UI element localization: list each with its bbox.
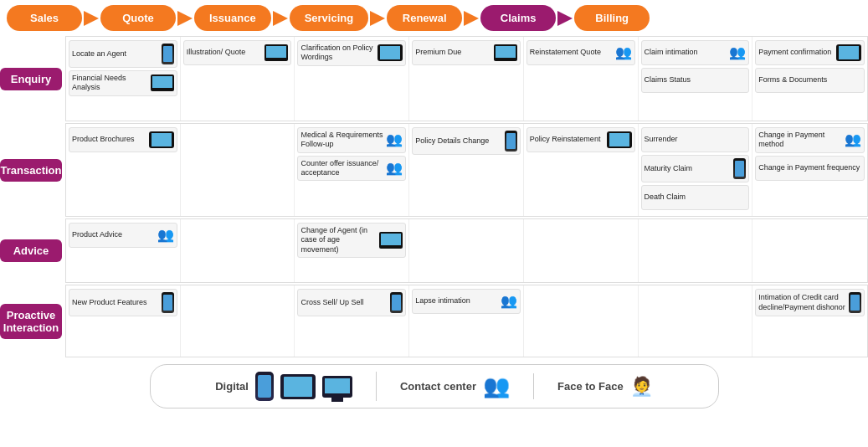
transaction-label: Transaction [0,159,62,182]
legend-digital: Digital [192,372,377,401]
forms-documents-card[interactable]: Forms & Documents [755,68,865,93]
payment-confirmation-card[interactable]: Payment confirmation [755,40,865,65]
product-advice-card[interactable]: Product Advice 👥 [69,223,177,248]
clarification-card[interactable]: Clarification on Policy Wordings [297,40,406,66]
top-nav: Sales Quote Issuance Servicing Renewal [0,0,868,34]
advice-grid: Product Advice 👥 Change of Agent (in cas… [65,218,868,283]
nav-item-claims[interactable]: Claims [480,5,556,31]
arrow-6 [556,9,574,28]
claim-intimation-card[interactable]: Claim intimation 👥 [641,40,750,65]
nav-item-issuance[interactable]: Issuance [194,5,271,31]
premium-due-icon [494,44,517,61]
svg-marker-2 [273,11,288,26]
counter-offer-card[interactable]: Counter offer issuance/ acceptance 👥 [297,156,406,182]
nav-sales-label[interactable]: Sales [7,5,82,31]
enquiry-cell-servicing: Premium Due [409,37,524,121]
proactive-cell-renewal [524,285,639,357]
nav-quote-label[interactable]: Quote [100,5,176,31]
medical-requirements-card[interactable]: Medical & Requirements Follow-up 👥 [297,127,406,153]
legend-digital-label: Digital [215,380,249,393]
enquiry-cell-billing: Payment confirmation Forms & Documents [752,37,867,121]
locate-agent-card[interactable]: Locate an Agent [69,40,177,68]
reinstatement-quote-card[interactable]: Reinstatement Quote 👥 [526,40,635,65]
policy-details-card[interactable]: Policy Details Change [412,127,521,155]
premium-due-card[interactable]: Premium Due [412,40,521,65]
change-of-agent-icon [379,232,403,249]
legend-desktop-icon [322,376,352,398]
credit-card-decline-card[interactable]: Intimation of Credit card decline/Paymen… [755,289,865,316]
counter-offer-icon: 👥 [386,162,403,175]
nav-billing-label[interactable]: Billing [574,5,650,31]
proactive-cell-sales: New Product Features [66,285,181,357]
surrender-card[interactable]: Surrender [641,127,750,152]
fna-card[interactable]: Financial Needs Analysis [69,70,177,96]
policy-details-icon [505,131,517,152]
nav-item-renewal[interactable]: Renewal [387,5,462,31]
advice-cell-servicing [409,219,524,282]
proactive-row: Proactive Interaction New Product Featur… [0,285,868,357]
transaction-cell-billing: Change in Payment method 👥 Change in Pay… [752,124,867,216]
payment-confirmation-icon [836,44,861,61]
cross-sell-card[interactable]: Cross Sell/ Up Sell [297,289,406,316]
locate-agent-icon [162,44,174,64]
enquiry-cell-sales: Locate an Agent Financial Needs Analysis [66,37,181,121]
premium-due-label: Premium Due [415,48,492,57]
advice-cell-claims [639,219,753,282]
new-product-features-icon [162,292,174,313]
proactive-cell-issuance: Cross Sell/ Up Sell [295,285,409,357]
claims-status-card[interactable]: Claims Status [641,68,750,93]
nav-renewal-label[interactable]: Renewal [387,5,462,31]
illustration-icon [265,44,288,61]
nav-item-quote[interactable]: Quote [100,5,176,31]
proactive-grid: New Product Features Cross Sell/ Up Sell… [65,285,868,357]
transaction-cell-servicing: Policy Details Change [409,124,524,216]
illustration-card[interactable]: Illustration/ Quote [183,40,292,65]
enquiry-grid: Locate an Agent Financial Needs Analysis… [65,36,868,121]
policy-reinstatement-card[interactable]: Policy Reinstatement [526,127,635,152]
enquiry-row: Enquiry Locate an Agent Financial Needs … [0,36,868,121]
arrow-3 [271,9,290,28]
illustration-label: Illustration/ Quote [187,48,264,57]
nav-item-servicing[interactable]: Servicing [290,5,369,31]
legend-contact-center-icon: 👥 [483,373,510,399]
nav-claims-label[interactable]: Claims [480,5,556,31]
arrow-4 [368,9,387,28]
arrow-1 [82,9,100,28]
nav-item-billing[interactable]: Billing [574,5,650,31]
change-of-agent-card[interactable]: Change of Agent (in case of age movement… [297,223,406,258]
enquiry-label-wrapper: Enquiry [0,36,65,121]
legend-contact-center-label: Contact center [400,380,476,393]
change-payment-frequency-card[interactable]: Change in Payment frequency [755,156,865,181]
surrender-label: Surrender [645,135,747,144]
new-product-features-card[interactable]: New Product Features [69,289,177,316]
lapse-intimation-label: Lapse intimation [415,296,499,306]
death-claim-card[interactable]: Death Claim [641,185,750,210]
maturity-claim-icon [733,158,746,179]
svg-marker-1 [177,11,193,26]
cross-sell-label: Cross Sell/ Up Sell [300,298,388,307]
arrow-5 [462,9,480,28]
nav-servicing-label[interactable]: Servicing [290,5,369,31]
legend-phone-icon [255,372,274,401]
maturity-claim-card[interactable]: Maturity Claim [641,155,750,182]
transaction-label-wrapper: Transaction [0,123,65,217]
forms-documents-label: Forms & Documents [758,75,861,85]
nav-issuance-label[interactable]: Issuance [194,5,271,31]
product-brochures-icon [149,131,174,148]
reinstatement-quote-icon: 👥 [615,46,632,59]
advice-row: Advice Product Advice 👥 Change of Agent … [0,218,868,283]
advice-cell-quote [181,219,295,282]
advice-cell-renewal [524,219,639,282]
policy-reinstatement-label: Policy Reinstatement [530,135,605,144]
svg-marker-4 [464,11,479,26]
lapse-intimation-card[interactable]: Lapse intimation 👥 [412,289,521,314]
nav-item-sales[interactable]: Sales [7,5,82,31]
transaction-cell-issuance: Medical & Requirements Follow-up 👥 Count… [295,124,409,216]
transaction-cell-renewal: Policy Reinstatement [524,124,639,216]
clarification-label: Clarification on Policy Wordings [300,44,376,63]
change-payment-method-card[interactable]: Change in Payment method 👥 [755,127,865,153]
advice-label-wrapper: Advice [0,218,65,283]
product-brochures-card[interactable]: Product Brochures [69,127,177,152]
transaction-cell-sales: Product Brochures [66,124,181,216]
legend: Digital Contact center 👥 Face to Face 🧑‍… [150,364,719,408]
